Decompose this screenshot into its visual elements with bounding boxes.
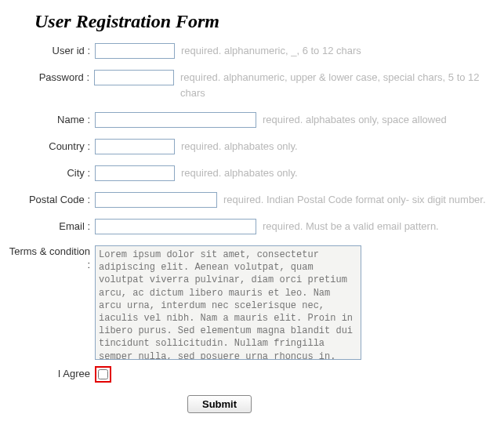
postal-code-label: Postal Code : [8,192,95,208]
agree-checkbox[interactable] [98,369,108,379]
city-hint: required. alphabates only. [181,165,298,181]
postal-code-hint: required. Indian Postal Code format only… [223,192,486,208]
password-label: Password : [8,70,94,85]
country-hint: required. alphabates only. [181,139,298,154]
agree-checkbox-outline [95,366,111,383]
page-title: User Registration Form [34,11,504,32]
city-input[interactable] [95,165,175,181]
agree-label: I Agree [8,366,95,382]
email-label: Email : [8,219,95,234]
email-input[interactable] [95,219,256,234]
country-input[interactable] [95,139,175,154]
name-input[interactable] [95,112,256,128]
user-id-label: User id : [8,43,95,59]
terms-textarea[interactable] [95,245,361,360]
submit-button[interactable]: Submit [187,395,252,413]
password-hint: required. alphanumeric, upper & lower ca… [180,70,504,101]
user-id-hint: required. alphanumeric, _, 6 to 12 chars [181,43,361,59]
city-label: City : [8,165,95,181]
user-id-input[interactable] [95,43,175,59]
terms-label: Terms & condition : [8,245,95,272]
password-input[interactable] [94,70,174,85]
country-label: Country : [8,139,95,154]
postal-code-input[interactable] [95,192,217,208]
name-label: Name : [8,112,95,128]
name-hint: required. alphabates only, space allowed [263,112,447,128]
email-hint: required. Must be a valid email pattern. [263,219,439,234]
